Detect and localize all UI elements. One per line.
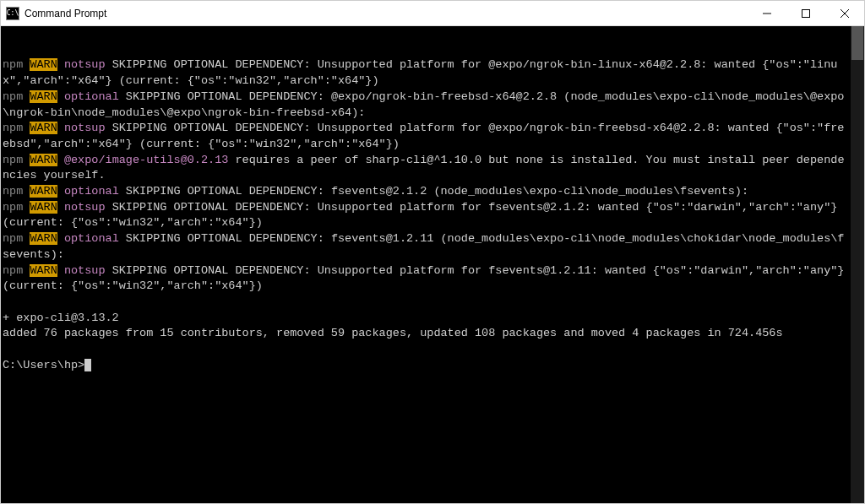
terminal-line xyxy=(3,295,849,311)
app-icon: C:\ xyxy=(6,7,19,20)
window-controls xyxy=(748,1,864,25)
terminal-line: npm WARN optional SKIPPING OPTIONAL DEPE… xyxy=(3,184,849,200)
svg-rect-1 xyxy=(802,9,810,17)
window-title: Command Prompt xyxy=(24,8,748,19)
titlebar[interactable]: C:\ Command Prompt xyxy=(1,1,864,26)
maximize-button[interactable] xyxy=(786,1,825,25)
scrollbar[interactable] xyxy=(851,26,864,503)
command-prompt-window: C:\ Command Prompt npm WARN notsup SKIPP… xyxy=(0,0,865,504)
minimize-button[interactable] xyxy=(748,1,786,25)
terminal-line: npm WARN notsup SKIPPING OPTIONAL DEPEND… xyxy=(3,263,849,295)
close-button[interactable] xyxy=(825,1,864,25)
terminal-line: npm WARN @expo/image-utils@0.2.13 requir… xyxy=(3,153,849,184)
terminal-line: npm WARN optional SKIPPING OPTIONAL DEPE… xyxy=(3,231,849,263)
prompt-line[interactable]: C:\Users\hp> xyxy=(3,358,849,374)
terminal-line: npm WARN notsup SKIPPING OPTIONAL DEPEND… xyxy=(3,121,849,152)
terminal-line: added 76 packages from 15 contributors, … xyxy=(3,326,849,342)
terminal-output[interactable]: npm WARN notsup SKIPPING OPTIONAL DEPEND… xyxy=(1,26,864,503)
terminal-line xyxy=(3,342,849,358)
cursor xyxy=(84,359,91,371)
scrollbar-thumb[interactable] xyxy=(851,26,863,60)
terminal-line: npm WARN notsup SKIPPING OPTIONAL DEPEND… xyxy=(3,200,849,231)
prompt-text: C:\Users\hp> xyxy=(3,359,84,371)
terminal-line: + expo-cli@3.13.2 xyxy=(3,311,849,327)
terminal-line: npm WARN notsup SKIPPING OPTIONAL DEPEND… xyxy=(3,57,849,89)
terminal-line: npm WARN optional SKIPPING OPTIONAL DEPE… xyxy=(3,89,849,121)
